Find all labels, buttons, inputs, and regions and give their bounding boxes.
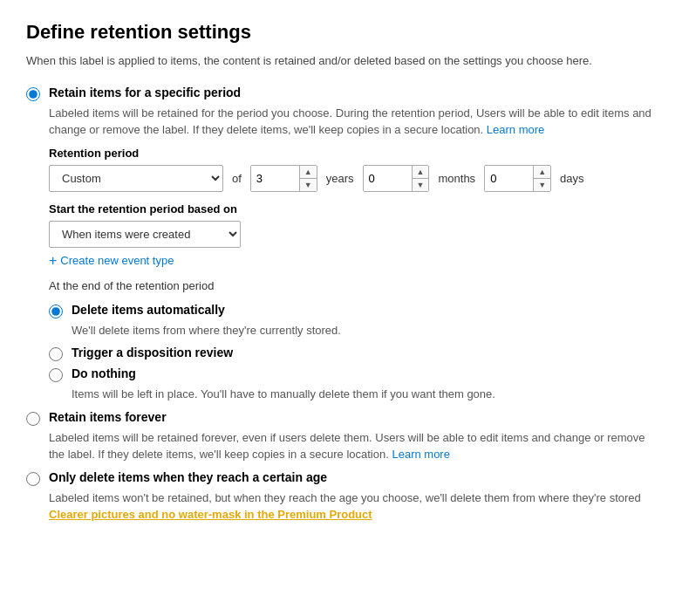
only-delete-radio[interactable] <box>26 472 40 486</box>
create-event-link[interactable]: + Create new event type <box>49 253 663 269</box>
retain-forever-desc: Labeled items will be retained forever, … <box>49 429 663 463</box>
days-label: days <box>560 172 583 185</box>
create-event-label: Create new event type <box>60 254 174 267</box>
months-input[interactable] <box>364 166 412 191</box>
delete-auto-desc: We'll delete items from where they're cu… <box>72 322 663 339</box>
watermark-bar: Clearer pictures and no water-mask in th… <box>49 508 372 521</box>
retain-forever-radio[interactable] <box>26 412 40 426</box>
months-label: months <box>438 172 475 185</box>
delete-auto-label: Delete items automatically <box>72 303 225 317</box>
retention-period-select[interactable]: Custom 1 year 2 years 3 years 5 years 7 … <box>49 165 223 192</box>
option-delete-auto: Delete items automatically We'll delete … <box>49 303 663 339</box>
page-title: Define retention settings <box>26 21 663 44</box>
intro-text: When this label is applied to items, the… <box>26 52 663 70</box>
do-nothing-desc: Items will be left in place. You'll have… <box>72 386 663 403</box>
only-delete-desc: Labeled items won't be retained, but whe… <box>49 489 663 524</box>
option-retain-forever: Retain items forever Labeled items will … <box>26 410 663 463</box>
days-input[interactable] <box>485 166 533 191</box>
retain-specific-radio[interactable] <box>26 87 40 101</box>
option-trigger-review: Trigger a disposition review <box>49 346 663 361</box>
retain-specific-learn-more[interactable]: Learn more <box>487 123 544 136</box>
retain-specific-desc: Labeled items will be retained for the p… <box>49 105 663 139</box>
trigger-review-label: Trigger a disposition review <box>72 346 233 359</box>
retention-period-label: Retention period <box>49 147 139 160</box>
retention-period-row: Custom 1 year 2 years 3 years 5 years 7 … <box>49 165 663 192</box>
retain-forever-label: Retain items forever <box>49 410 167 424</box>
do-nothing-radio[interactable] <box>49 368 63 382</box>
option-only-delete: Only delete items when they reach a cert… <box>26 470 663 524</box>
years-spin-up[interactable]: ▲ <box>300 166 317 178</box>
delete-auto-radio[interactable] <box>49 305 63 318</box>
days-spin-up[interactable]: ▲ <box>534 166 550 178</box>
start-period-select[interactable]: When items were created When items were … <box>49 221 241 248</box>
years-spin-down[interactable]: ▼ <box>300 179 317 191</box>
retain-specific-label: Retain items for a specific period <box>49 86 241 99</box>
years-label: years <box>326 172 354 185</box>
days-input-wrapper: ▲ ▼ <box>484 165 551 192</box>
watermark-link[interactable]: Clearer pictures and no water-mask in th… <box>49 508 372 521</box>
start-period-label: Start the retention period based on <box>49 202 663 216</box>
days-spin-down[interactable]: ▼ <box>534 179 550 191</box>
trigger-review-radio[interactable] <box>49 347 63 361</box>
years-input-wrapper: ▲ ▼ <box>250 165 317 192</box>
option-retain-specific: Retain items for a specific period Label… <box>26 86 663 403</box>
months-spin-up[interactable]: ▲ <box>413 166 429 178</box>
only-delete-label: Only delete items when they reach a cert… <box>49 470 327 484</box>
plus-icon: + <box>49 253 57 269</box>
retain-forever-learn-more[interactable]: Learn more <box>392 448 449 461</box>
end-period-text: At the end of the retention period <box>49 279 663 292</box>
months-input-wrapper: ▲ ▼ <box>363 165 430 192</box>
months-spin-down[interactable]: ▼ <box>413 179 429 191</box>
do-nothing-label: Do nothing <box>72 366 136 380</box>
of-text: of <box>232 172 242 185</box>
years-input[interactable] <box>251 166 299 191</box>
option-do-nothing: Do nothing Items will be left in place. … <box>49 366 663 403</box>
